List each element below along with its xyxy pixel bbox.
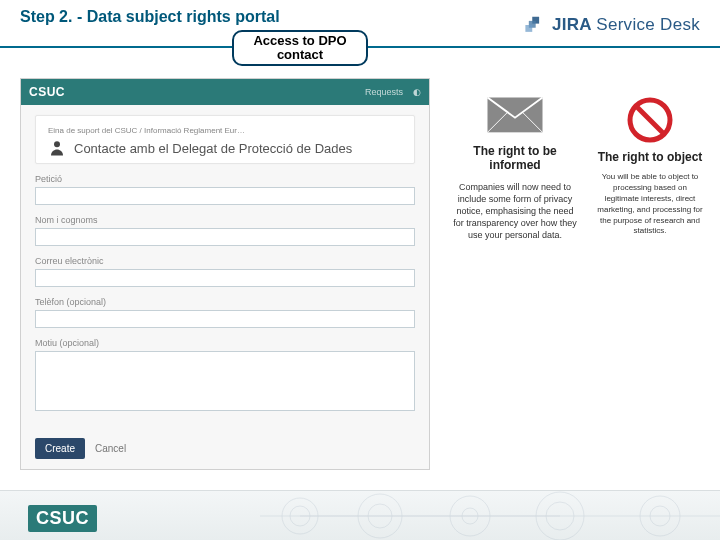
label-peticio: Petició xyxy=(35,174,415,184)
breadcrumb[interactable]: Eina de suport del CSUC / Informació Reg… xyxy=(48,126,402,135)
label-correu: Correu electrònic xyxy=(35,256,415,266)
field-motiu: Motiu (opcional) xyxy=(35,338,415,411)
portal-avatar-icon[interactable]: ◐ xyxy=(413,87,421,97)
portal-actions: Create Cancel xyxy=(35,438,126,459)
informed-body: Companies will now need to include some … xyxy=(450,181,580,242)
input-correu[interactable] xyxy=(35,269,415,287)
jira-service-desk-logo: JIRA Service Desk xyxy=(524,14,700,36)
right-to-object: The right to object You will be able to … xyxy=(596,96,704,237)
label-motiu: Motiu (opcional) xyxy=(35,338,415,348)
informed-title: The right to be informed xyxy=(450,144,580,173)
footer-pattern-icon xyxy=(260,491,720,540)
slide-root: Step 2. - Data subject rights portal JIR… xyxy=(0,0,720,540)
object-body: You will be able to object to processing… xyxy=(596,172,704,237)
right-to-be-informed: The right to be informed Companies will … xyxy=(450,92,580,241)
svg-line-3 xyxy=(636,106,664,134)
object-title: The right to object xyxy=(596,150,704,164)
slide-title: Step 2. - Data subject rights portal xyxy=(20,8,280,26)
portal-header-right: Requests ◐ xyxy=(365,87,421,97)
label-nom: Nom i cognoms xyxy=(35,215,415,225)
portal-brand: CSUC xyxy=(29,85,65,99)
portal-screenshot: CSUC Requests ◐ Eina de suport del CSUC … xyxy=(20,78,430,470)
portal-nav-requests[interactable]: Requests xyxy=(365,87,403,97)
no-entry-icon xyxy=(626,96,674,144)
svg-point-0 xyxy=(54,141,60,147)
field-correu: Correu electrònic xyxy=(35,256,415,287)
input-nom[interactable] xyxy=(35,228,415,246)
label-telefon: Telèfon (opcional) xyxy=(35,297,415,307)
jira-icon xyxy=(524,14,546,36)
field-nom: Nom i cognoms xyxy=(35,215,415,246)
envelope-icon xyxy=(484,92,546,136)
input-peticio[interactable] xyxy=(35,187,415,205)
textarea-motiu[interactable] xyxy=(35,351,415,411)
jira-name: JIRA xyxy=(552,15,591,34)
footer: CSUC xyxy=(0,490,720,540)
person-icon xyxy=(48,139,66,157)
card-title-row: Contacte amb el Delegat de Protecció de … xyxy=(48,139,402,157)
portal-header: CSUC Requests ◐ xyxy=(21,79,429,105)
field-peticio: Petició xyxy=(35,174,415,205)
jira-product-name: JIRA Service Desk xyxy=(552,15,700,35)
cancel-button[interactable]: Cancel xyxy=(95,443,126,454)
create-button[interactable]: Create xyxy=(35,438,85,459)
portal-title-card: Eina de suport del CSUC / Informació Reg… xyxy=(35,115,415,164)
jira-suffix: Service Desk xyxy=(596,15,700,34)
callout-access-dpo: Access to DPO contact xyxy=(232,30,368,66)
portal-card-title: Contacte amb el Delegat de Protecció de … xyxy=(74,141,352,156)
input-telefon[interactable] xyxy=(35,310,415,328)
field-telefon: Telèfon (opcional) xyxy=(35,297,415,328)
footer-brand: CSUC xyxy=(28,505,97,532)
